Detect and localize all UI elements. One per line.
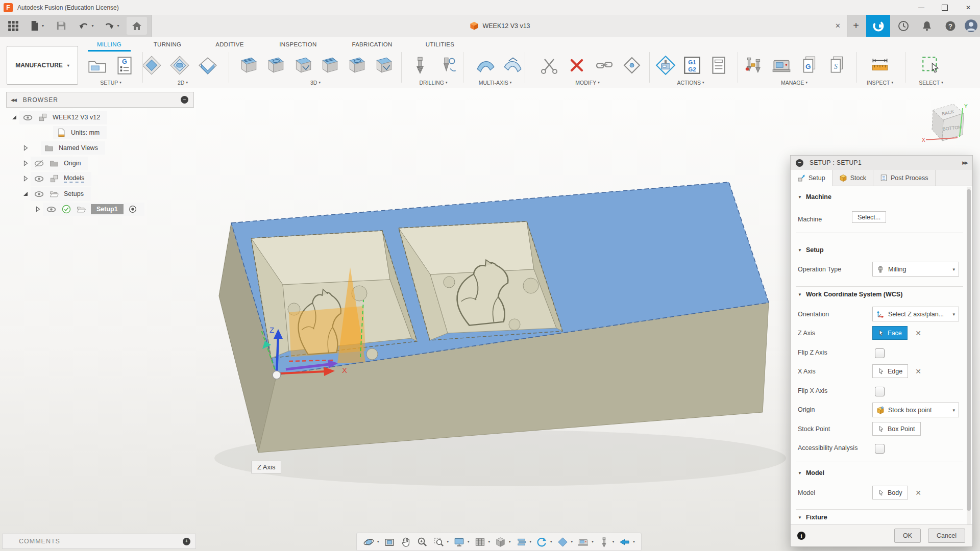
visibility-eye-icon[interactable]: [34, 173, 44, 184]
active-setup-target-icon[interactable]: [128, 205, 137, 214]
adaptive-clearing-button[interactable]: [236, 53, 260, 78]
dialog-header[interactable]: − SETUP : SETUP1 ▶▶: [791, 156, 972, 170]
measure-button[interactable]: [868, 53, 892, 78]
home-view-button[interactable]: [127, 17, 147, 35]
visibility-eye-icon[interactable]: [34, 189, 44, 199]
steep-and-shallow-button[interactable]: [290, 53, 315, 78]
visibility-eye-icon[interactable]: [22, 112, 33, 123]
isolate-button[interactable]: ▾: [555, 533, 575, 550]
group-manage[interactable]: MANAGE▾: [781, 80, 807, 86]
tab-utilities[interactable]: UTILITIES: [426, 39, 454, 50]
browser-item-units[interactable]: Units: mm: [53, 126, 107, 140]
pan-button[interactable]: [399, 533, 413, 550]
multi-axis-contour-button[interactable]: [501, 53, 525, 78]
visibility-off-eye-icon[interactable]: [34, 158, 44, 169]
ok-button[interactable]: OK: [894, 529, 921, 543]
collapse-triangle-icon[interactable]: [22, 160, 29, 166]
dialog-expand-icon[interactable]: ▶▶: [962, 160, 967, 165]
spiral-button[interactable]: [371, 53, 396, 78]
visibility-eye-icon[interactable]: [46, 204, 57, 215]
template-library-button[interactable]: [797, 53, 821, 78]
view-cube[interactable]: BACK BOTTOM X Y: [922, 104, 968, 143]
pocket-clearing-button[interactable]: [263, 53, 287, 78]
group-setup[interactable]: SETUP▾: [100, 80, 121, 86]
extensions-button[interactable]: [866, 15, 890, 37]
setup-sheet-button[interactable]: [706, 53, 731, 78]
zoom-button[interactable]: [415, 533, 430, 550]
group-drilling[interactable]: DRILLING▾: [420, 80, 448, 86]
section-fixture[interactable]: ▼ Fixture: [798, 514, 827, 521]
orientation-select[interactable]: Select Z axis/plan... ▾: [872, 307, 959, 321]
accessibility-checkbox[interactable]: [875, 444, 885, 454]
z-axis-face-button[interactable]: Face: [872, 326, 908, 340]
x-axis-edge-button[interactable]: Edge: [872, 364, 908, 378]
browser-item-setups[interactable]: Setups: [22, 187, 91, 201]
comments-expand-button[interactable]: +: [183, 538, 190, 545]
redo-button[interactable]: ▾: [100, 15, 122, 37]
job-status-button[interactable]: [893, 15, 914, 37]
face-milling-button[interactable]: [139, 53, 164, 78]
pattern-button[interactable]: [824, 53, 849, 78]
z-axis-clear-button[interactable]: ✕: [913, 326, 923, 340]
x-axis-clear-button[interactable]: ✕: [913, 364, 923, 378]
tab-fabrication[interactable]: FABRICATION: [352, 39, 392, 50]
browser-collapse-icon[interactable]: ◀◀: [11, 97, 16, 103]
viewports-button[interactable]: ▾: [493, 533, 512, 550]
zoom-window-button[interactable]: ▾: [431, 533, 451, 550]
browser-item-setup1[interactable]: Setup1: [35, 202, 144, 216]
compare-button[interactable]: [620, 53, 644, 78]
app-grid-button[interactable]: [4, 15, 21, 37]
close-window-button[interactable]: ✕: [957, 0, 980, 15]
scrollbar-thumb[interactable]: [967, 189, 971, 511]
tool-library-button[interactable]: [742, 53, 766, 78]
dialog-collapse-button[interactable]: −: [796, 159, 803, 167]
nc-program-button[interactable]: [112, 53, 137, 78]
toolpath-display-button[interactable]: ▾: [617, 533, 636, 550]
display-settings-button[interactable]: ▾: [452, 533, 471, 550]
bore-button[interactable]: [435, 53, 460, 78]
origin-select[interactable]: Stock box point ▾: [872, 403, 959, 417]
save-button[interactable]: [52, 15, 69, 37]
browser-item-root[interactable]: WEEK12 V3 v12: [11, 110, 107, 124]
new-document-tab-button[interactable]: +: [847, 15, 865, 37]
model-body-button[interactable]: Body: [872, 486, 908, 499]
tool-display-button[interactable]: ▾: [597, 533, 616, 550]
collapse-triangle-icon[interactable]: [22, 145, 29, 151]
new-setup-button[interactable]: [85, 53, 109, 78]
stock-point-button[interactable]: Box Point: [872, 422, 921, 436]
group-2d[interactable]: 2D▾: [178, 80, 188, 86]
close-document-button[interactable]: ✕: [835, 15, 841, 37]
flip-z-checkbox[interactable]: [875, 348, 885, 358]
2d-contour-button[interactable]: [195, 53, 220, 78]
group-multi-axis[interactable]: MULTI-AXIS▾: [479, 80, 512, 86]
collapse-triangle-icon[interactable]: [22, 176, 29, 182]
operation-type-select[interactable]: Milling ▾: [872, 262, 959, 277]
machine-select-button[interactable]: Select...: [852, 211, 886, 223]
window-select-button[interactable]: [919, 53, 943, 78]
section-wcs[interactable]: ▼ Work Coordinate System (WCS): [798, 291, 902, 298]
machine-display-button[interactable]: ▾: [576, 533, 595, 550]
delete-toolpath-button[interactable]: [565, 53, 589, 78]
expand-triangle-icon[interactable]: [11, 114, 17, 120]
expand-triangle-icon[interactable]: [22, 191, 29, 197]
simulate-button[interactable]: [653, 53, 678, 78]
help-button[interactable]: ?: [940, 15, 961, 37]
tab-stock[interactable]: Stock: [832, 170, 873, 186]
turntable-button[interactable]: ▾: [534, 533, 554, 550]
maximize-button[interactable]: [933, 0, 957, 15]
collapse-triangle-icon[interactable]: [35, 206, 41, 212]
orbit-button[interactable]: ▾: [361, 533, 381, 550]
browser-item-models[interactable]: Models: [22, 171, 91, 186]
dialog-scrollbar[interactable]: [967, 187, 971, 525]
tab-turning[interactable]: TURNING: [154, 39, 182, 50]
grid-settings-button[interactable]: ▾: [473, 533, 492, 550]
browser-item-origin[interactable]: Origin: [22, 156, 88, 170]
tab-inspection[interactable]: INSPECTION: [279, 39, 316, 50]
document-tab[interactable]: WEEK12 V3 v13: [469, 15, 530, 37]
comments-bar[interactable]: COMMENTS +: [2, 534, 196, 549]
file-menu-button[interactable]: ▾: [26, 15, 47, 37]
group-3d[interactable]: 3D▾: [310, 80, 321, 86]
group-actions[interactable]: ACTIONS▾: [677, 80, 704, 86]
group-modify[interactable]: MODIFY▾: [575, 80, 599, 86]
trim-button[interactable]: [537, 53, 561, 78]
